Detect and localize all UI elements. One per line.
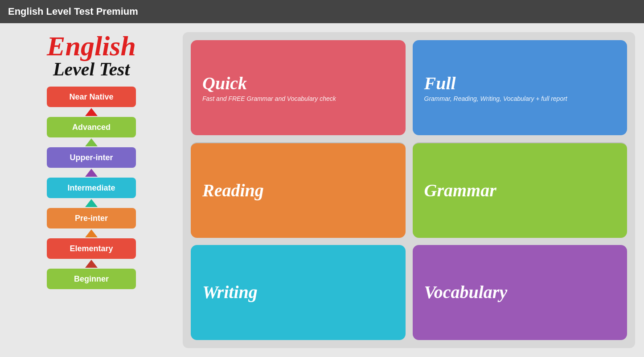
logo-level-test: Level Test [47,60,136,79]
logo: English Level Test [47,32,136,79]
test-btn-vocabulary[interactable]: Vocabulary [413,245,628,340]
logo-english: English [47,32,136,60]
level-btn-pre-inter[interactable]: Pre-inter [47,208,136,228]
test-title-writing: Writing [202,282,258,302]
arrow-darkred-1 [85,260,98,268]
test-title-full: Full [424,74,456,93]
level-btn-upper-inter[interactable]: Upper-inter [47,147,136,168]
app-title: English Level Test Premium [8,6,138,17]
left-panel: English Level Test Near Native Advanced … [9,32,174,348]
level-btn-near-native[interactable]: Near Native [47,87,136,107]
level-btn-intermediate[interactable]: Intermediate [47,178,136,198]
arrow-orange-1 [85,229,98,237]
test-btn-reading[interactable]: Reading [191,142,406,237]
test-btn-quick[interactable]: Quick Fast and FREE Grammar and Vocabula… [191,40,406,135]
main-layout: English Level Test Near Native Advanced … [0,23,644,357]
arrow-red-1 [85,108,98,116]
test-title-reading: Reading [202,181,264,200]
level-btn-elementary[interactable]: Elementary [47,238,136,259]
test-subtitle-quick: Fast and FREE Grammar and Vocabulary che… [202,95,336,102]
test-title-quick: Quick [202,74,247,93]
test-title-vocabulary: Vocabulary [424,282,508,302]
arrow-green-1 [85,138,98,146]
title-bar: English Level Test Premium [0,0,644,23]
test-btn-writing[interactable]: Writing [191,245,406,340]
level-btn-advanced[interactable]: Advanced [47,117,136,137]
test-btn-full[interactable]: Full Grammar, Reading, Writing, Vocabula… [413,40,628,135]
test-subtitle-full: Grammar, Reading, Writing, Vocabulary + … [424,95,567,102]
right-panel: Quick Fast and FREE Grammar and Vocabula… [183,32,635,348]
level-btn-beginner[interactable]: Beginner [47,269,136,289]
level-ladder: Near Native Advanced Upper-inter Interme… [47,87,136,289]
test-btn-grammar[interactable]: Grammar [413,142,628,237]
arrow-teal-1 [85,199,98,207]
arrow-purple-1 [85,169,98,177]
test-title-grammar: Grammar [424,181,496,200]
